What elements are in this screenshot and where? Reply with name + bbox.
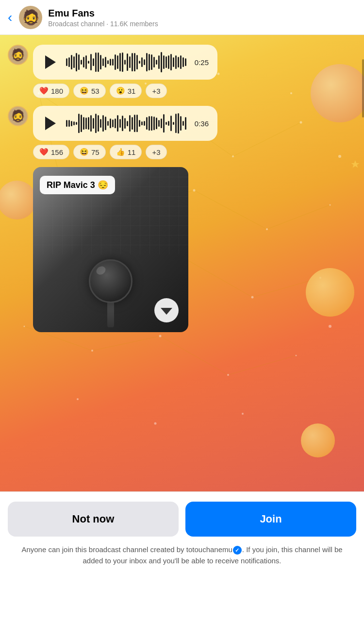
reaction-more-count-1: +3: [152, 87, 160, 95]
play-icon-1: [45, 55, 56, 69]
reaction-heart-2[interactable]: ❤️ 156: [33, 145, 69, 159]
reaction-count-laugh-2: 75: [91, 148, 99, 156]
scroll-indicator[interactable]: [362, 59, 364, 118]
reaction-thumbs-2[interactable]: 👍 11: [110, 145, 142, 159]
svg-line-15: [160, 336, 228, 375]
message-avatar-1: 🧔: [8, 45, 28, 65]
messages-container: 🧔 0:25 ❤️ 180 😆 53 😮 31: [0, 35, 364, 342]
video-expand-button[interactable]: [154, 298, 179, 322]
reactions-row-1: ❤️ 180 😆 53 😮 31 +3: [33, 84, 356, 98]
reaction-count-heart-1: 180: [51, 87, 63, 95]
message-row-1: 🧔 0:25: [8, 45, 356, 80]
reaction-more-1[interactable]: +3: [146, 84, 166, 98]
channel-meta: Broadcast channel · 11.6K members: [48, 20, 356, 28]
play-icon-2: [45, 117, 56, 130]
reaction-more-2[interactable]: +3: [146, 145, 166, 159]
svg-point-33: [91, 350, 93, 352]
not-now-button[interactable]: Not now: [8, 502, 179, 537]
reaction-laugh-1[interactable]: 😆 53: [73, 84, 106, 98]
svg-point-36: [296, 355, 297, 356]
duration-2: 0:36: [195, 119, 209, 128]
username: totouchanemu: [186, 545, 232, 554]
svg-point-42: [77, 398, 79, 400]
video-thumbnail[interactable]: RIP Mavic 3 😔: [33, 167, 188, 332]
audio-bubble-1[interactable]: 0:25: [33, 45, 217, 80]
reaction-count-thumbs-2: 11: [128, 148, 136, 156]
waveform-2: [66, 113, 188, 134]
drone-lens: [89, 259, 132, 303]
svg-line-16: [228, 355, 296, 375]
channel-name: Emu Fans: [48, 7, 356, 19]
verified-badge: ✓: [233, 546, 242, 555]
reaction-laugh-2[interactable]: 😆 75: [73, 145, 106, 159]
reaction-count-laugh-1: 53: [91, 87, 99, 95]
svg-point-43: [154, 422, 157, 425]
decorative-orb-4: [301, 423, 335, 457]
video-title-bar: RIP Mavic 3 😔: [40, 176, 115, 194]
header: ‹ 🧔 Emu Fans Broadcast channel · 11.6K m…: [0, 0, 364, 35]
svg-point-44: [242, 413, 244, 415]
channel-avatar: 🧔: [19, 6, 42, 29]
reaction-wow-1[interactable]: 😮 31: [110, 84, 142, 98]
waveform-1: [66, 51, 188, 73]
disclaimer-before: Anyone can join this broadcast channel c…: [21, 545, 186, 554]
back-button[interactable]: ‹: [8, 10, 12, 25]
avatar-emoji: 🧔: [22, 9, 40, 26]
action-buttons: Not now Join: [8, 502, 356, 537]
reactions-row-2: ❤️ 156 😆 75 👍 11 +3: [33, 145, 356, 159]
join-button[interactable]: Join: [185, 502, 356, 537]
reaction-count-wow-1: 31: [128, 87, 136, 95]
play-button-1[interactable]: [42, 53, 59, 71]
message-row-2: 🧔 0:36: [8, 106, 356, 141]
chevron-down-icon: [161, 308, 172, 315]
video-bg: RIP Mavic 3 😔: [33, 167, 188, 332]
header-info: Emu Fans Broadcast channel · 11.6K membe…: [48, 7, 356, 28]
svg-point-35: [227, 374, 229, 376]
chat-area: 🧔 0:25 ❤️ 180 😆 53 😮 31: [0, 35, 364, 491]
duration-1: 0:25: [195, 58, 209, 67]
disclaimer-text: Anyone can join this broadcast channel c…: [8, 544, 356, 566]
play-button-2[interactable]: [42, 115, 59, 132]
reaction-more-count-2: +3: [152, 148, 160, 156]
audio-bubble-2[interactable]: 0:36: [33, 106, 217, 141]
reaction-count-heart-2: 156: [51, 148, 63, 156]
video-title: RIP Mavic 3 😔: [47, 180, 108, 190]
reaction-heart-1[interactable]: ❤️ 180: [33, 84, 69, 98]
message-avatar-2: 🧔: [8, 106, 28, 126]
bottom-panel: Not now Join Anyone can join this broadc…: [0, 491, 364, 574]
